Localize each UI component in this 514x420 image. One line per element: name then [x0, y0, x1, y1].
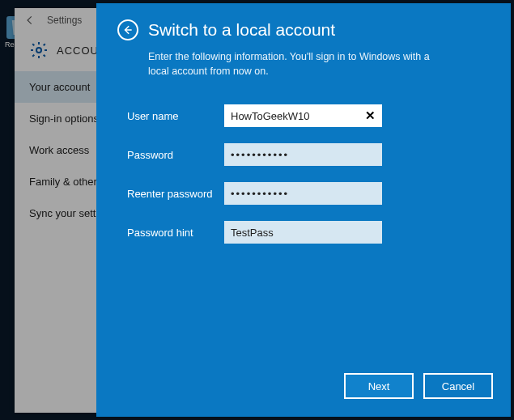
- next-button[interactable]: Next: [344, 373, 414, 399]
- password-hint-label: Password hint: [127, 227, 224, 239]
- clear-username-icon[interactable]: ✕: [361, 107, 379, 125]
- cancel-button[interactable]: Cancel: [423, 373, 493, 399]
- username-label: User name: [127, 110, 224, 122]
- password-hint-input[interactable]: [224, 221, 382, 244]
- row-password: Password: [127, 143, 490, 166]
- modal-subtitle: Enter the following information. You'll …: [96, 45, 469, 83]
- row-reenter-password: Reenter password: [127, 182, 490, 205]
- modal-header: Switch to a local account: [96, 3, 511, 45]
- password-input[interactable]: [224, 143, 382, 166]
- modal-footer: Next Cancel: [96, 373, 511, 417]
- username-input[interactable]: [224, 104, 382, 127]
- modal-title: Switch to a local account: [148, 20, 335, 40]
- screen: Recycle Settings ACCOUNTS Your account: [0, 0, 514, 420]
- password-label: Password: [127, 149, 224, 161]
- modal-back-button[interactable]: [117, 19, 138, 40]
- row-password-hint: Password hint: [127, 221, 490, 244]
- reenter-password-label: Reenter password: [127, 188, 224, 200]
- local-account-modal: Switch to a local account Enter the foll…: [96, 3, 511, 417]
- reenter-password-input[interactable]: [224, 182, 382, 205]
- row-username: User name ✕: [127, 104, 490, 127]
- modal-form: User name ✕ Password Reenter password: [96, 83, 511, 260]
